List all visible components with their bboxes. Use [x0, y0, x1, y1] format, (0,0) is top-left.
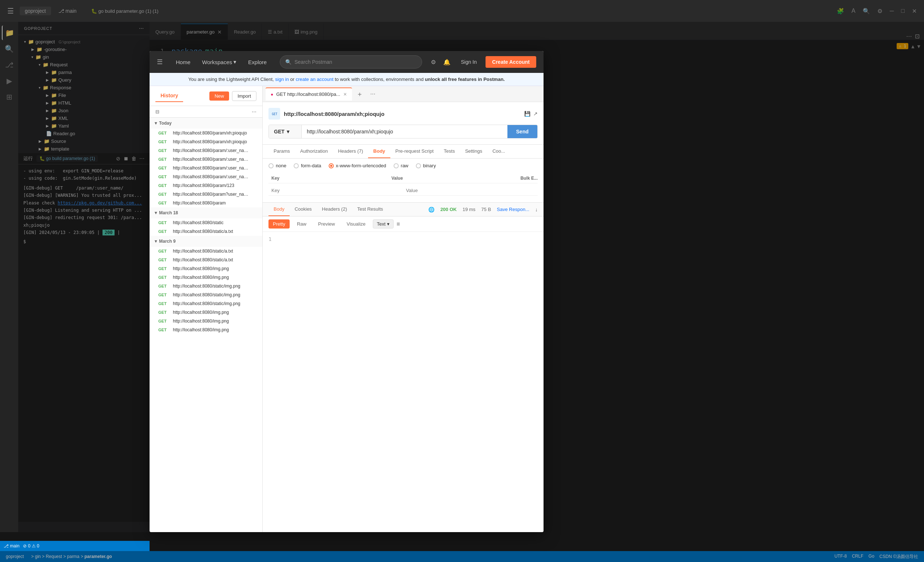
col-value-header: Value — [388, 176, 508, 181]
today-arrow[interactable]: ▾ — [154, 121, 157, 126]
response-tab-body[interactable]: Body — [268, 203, 290, 216]
history-item-march18-1[interactable]: GET http://localhost:8080/static — [150, 218, 262, 227]
create-account-button[interactable]: Create Account — [486, 56, 536, 68]
notification-icon[interactable]: 🔔 — [442, 57, 452, 67]
radio-binary — [416, 163, 421, 168]
history-item-5[interactable]: GET http://localhost:8080/param/:user_na… — [150, 164, 262, 172]
nav-explore[interactable]: Explore — [242, 56, 273, 68]
history-item-3[interactable]: GET http://localhost:8080/param/:user_na… — [150, 146, 262, 155]
tab-pre-request-script[interactable]: Pre-request Script — [390, 145, 439, 158]
response-meta: 🌐 200 OK 19 ms 75 B Save Respon... ↓ — [428, 207, 538, 212]
tab-cookies[interactable]: Coo... — [488, 145, 510, 158]
format-raw-button[interactable]: Raw — [292, 220, 311, 229]
sidebar-tabs: History — [155, 90, 183, 102]
history-item-march18-2[interactable]: GET http://localhost:8080/static/a.txt — [150, 227, 262, 236]
signin-link[interactable]: sign in — [275, 76, 289, 82]
request-type-icon: GET — [268, 108, 280, 120]
method-chevron: ▾ — [287, 129, 289, 135]
history-item-march9-6[interactable]: GET http://localhost:8080/static/img.png — [150, 290, 262, 299]
history-item-march9-8[interactable]: GET http://localhost:8080/img.png — [150, 308, 262, 317]
create-account-link[interactable]: create an account — [296, 76, 333, 82]
tab-tests[interactable]: Tests — [439, 145, 460, 158]
nav-home[interactable]: Home — [170, 56, 196, 68]
more-tabs-button[interactable]: ⋯ — [368, 91, 378, 97]
share-icon[interactable]: ↗ — [533, 111, 538, 117]
body-type-none[interactable]: none — [268, 163, 286, 168]
history-group-march18: ▾ March 18 — [150, 208, 262, 218]
tab-body[interactable]: Body — [368, 145, 390, 158]
vscode-statusbar-left: ⎇ main ⊘ 0 ⚠ 0 — [0, 541, 150, 551]
radio-form-data — [294, 163, 299, 168]
history-item-march9-4[interactable]: GET http://localhost:8080/img.png — [150, 273, 262, 282]
nav-workspaces[interactable]: Workspaces ▾ — [196, 56, 242, 68]
body-section: none form-data x-www-form-urlencoded raw — [262, 158, 543, 202]
history-item-6[interactable]: GET http://localhost:8080/param/:user_na… — [150, 172, 262, 181]
url-input-field[interactable] — [302, 125, 507, 138]
history-item-9[interactable]: GET http://localhost:8080/param — [150, 199, 262, 208]
nav-search-bar[interactable]: 🔍 Search Postman — [280, 55, 422, 69]
sidebar-tab-history[interactable]: History — [155, 90, 183, 102]
history-item-march9-10[interactable]: GET http://localhost:8080/img.png — [150, 326, 262, 334]
body-type-form-data[interactable]: form-data — [294, 163, 321, 168]
format-pretty-button[interactable]: Pretty — [268, 220, 290, 229]
body-type-raw[interactable]: raw — [394, 163, 408, 168]
new-request-button[interactable]: New — [209, 91, 229, 100]
send-button[interactable]: Send — [507, 125, 537, 138]
format-visualize-button[interactable]: Visualize — [342, 220, 370, 229]
filter-icon[interactable]: ⊟ — [155, 109, 159, 114]
response-content-area: 1 — [262, 232, 543, 532]
word-wrap-icon[interactable]: ≡ — [396, 221, 400, 227]
response-format-bar: Pretty Raw Preview Visualize Text ▾ ≡ — [262, 217, 543, 232]
search-placeholder: Search Postman — [294, 59, 332, 65]
save-request-icon[interactable]: 💾 — [524, 111, 530, 117]
format-type-dropdown[interactable]: Text ▾ — [373, 220, 394, 229]
sidebar-filter-bar: ⊟ ⋯ — [150, 106, 262, 118]
history-group-march9: ▾ March 9 — [150, 236, 262, 247]
tab-close-icon[interactable]: ✕ — [343, 92, 347, 97]
active-request-tab[interactable]: ● GET http://localhost:8080/pa... ✕ — [266, 87, 352, 100]
tab-params[interactable]: Params — [268, 145, 295, 158]
add-tab-button[interactable]: ＋ — [354, 90, 366, 99]
response-tab-headers[interactable]: Headers (2) — [317, 203, 352, 216]
response-tab-cookies[interactable]: Cookies — [290, 203, 317, 216]
import-button[interactable]: Import — [232, 91, 256, 101]
tab-authorization[interactable]: Authorization — [295, 145, 333, 158]
response-tab-test-results[interactable]: Test Results — [352, 203, 388, 216]
history-item-march9-5[interactable]: GET http://localhost:8080/static/img.png — [150, 282, 262, 290]
response-more-icon[interactable]: ↓ — [535, 207, 538, 212]
history-item-march9-9[interactable]: GET http://localhost:8080/img.png — [150, 317, 262, 326]
history-item-7[interactable]: GET http://localhost:8080/param/123 — [150, 181, 262, 190]
history-item-2[interactable]: GET http://localhost:8080/param/xh;pioqu… — [150, 138, 262, 146]
postman-app: ☰ Home Workspaces ▾ Explore 🔍 Search Pos… — [150, 51, 543, 532]
statusbar-branch[interactable]: ⎇ main — [4, 543, 20, 549]
col-bulk-header: Bulk E... — [508, 176, 538, 181]
tab-settings[interactable]: Settings — [460, 145, 488, 158]
body-type-options: none form-data x-www-form-urlencoded raw — [268, 163, 538, 168]
radio-none — [268, 163, 274, 168]
history-item-march9-7[interactable]: GET http://localhost:8080/static/img.png — [150, 299, 262, 308]
request-url-bar: GET ▾ Send — [268, 125, 538, 139]
postman-menu-icon[interactable]: ☰ — [157, 58, 163, 66]
history-item-march9-3[interactable]: GET http://localhost:8080/img.png — [150, 264, 262, 273]
settings-icon[interactable]: ⚙ — [429, 57, 437, 67]
body-type-urlencoded[interactable]: x-www-form-urlencoded — [328, 163, 386, 168]
history-item-march9-2[interactable]: GET http://localhost:8080/static/a.txt — [150, 256, 262, 264]
history-item-march9-1[interactable]: GET http://localhost:8080/static/a.txt — [150, 247, 262, 256]
body-value-input[interactable] — [403, 185, 538, 196]
signin-button[interactable]: Sign In — [456, 57, 481, 67]
body-key-input[interactable] — [268, 185, 403, 196]
march9-arrow[interactable]: ▾ — [154, 239, 157, 244]
statusbar-errors[interactable]: ⊘ 0 ⚠ 0 — [23, 543, 39, 549]
history-item-1[interactable]: GET http://localhost:8080/param/xh;pioqu… — [150, 129, 262, 138]
body-type-binary[interactable]: binary — [416, 163, 436, 168]
format-preview-button[interactable]: Preview — [314, 220, 339, 229]
save-response-button[interactable]: Save Respon... — [497, 207, 529, 212]
sidebar-more-icon[interactable]: ⋯ — [252, 109, 256, 114]
radio-urlencoded — [328, 163, 334, 168]
history-item-4[interactable]: GET http://localhost:8080/param/:user_na… — [150, 155, 262, 164]
method-dropdown[interactable]: GET ▾ — [269, 125, 302, 138]
march18-arrow[interactable]: ▾ — [154, 210, 157, 215]
tab-headers[interactable]: Headers (7) — [333, 145, 368, 158]
format-type-label: Text — [377, 221, 386, 227]
history-item-8[interactable]: GET http://localhost:8080/param?user_nam… — [150, 190, 262, 199]
